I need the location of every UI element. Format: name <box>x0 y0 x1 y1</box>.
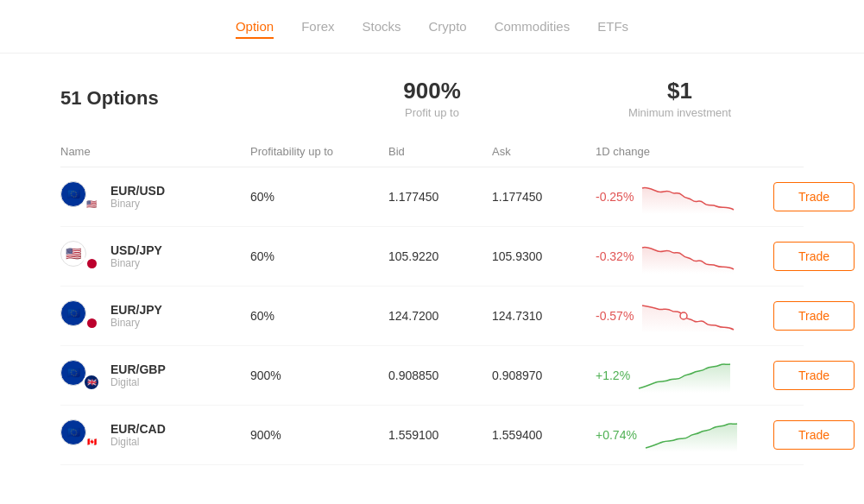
nav-item-commodities[interactable]: Commodities <box>495 16 571 39</box>
main-nav: Option Forex Stocks Crypto Commodities E… <box>0 0 864 54</box>
min-invest-stat: $1 Minimum investment <box>556 78 804 119</box>
asset-cell-3: 🇪🇺 🇬🇧 EUR/GBP Digital <box>60 360 250 391</box>
mini-chart-3 <box>637 358 732 393</box>
change-cell-1: -0.32% <box>596 239 734 274</box>
change-value-2: -0.57% <box>596 309 634 323</box>
mini-chart-0 <box>640 180 735 214</box>
table-row: 🇪🇺 🇨🇦 EUR/CAD Digital 900% 1.559100 1.55… <box>60 406 804 465</box>
asset-type-3: Digital <box>110 376 166 388</box>
table-row: 🇪🇺 🇺🇸 EUR/USD Binary 60% 1.177450 1.1774… <box>60 167 804 227</box>
ask-0: 1.177450 <box>492 190 596 204</box>
col-profitability: Profitability up to <box>250 145 388 158</box>
nav-item-option[interactable]: Option <box>236 16 274 39</box>
ask-2: 124.7310 <box>492 309 596 323</box>
bid-1: 105.9220 <box>388 249 492 263</box>
change-value-0: -0.25% <box>596 190 634 204</box>
change-cell-3: +1.2% <box>596 358 734 393</box>
stats-bar: 51 Options 900% Profit up to $1 Minimum … <box>0 54 864 136</box>
col-name: Name <box>60 145 250 158</box>
nav-item-etfs[interactable]: ETFs <box>597 16 628 39</box>
profitability-1: 60% <box>250 249 388 263</box>
trade-cell-2: Trade <box>734 301 855 331</box>
asset-cell-0: 🇪🇺 🇺🇸 EUR/USD Binary <box>60 181 250 212</box>
trade-button-1[interactable]: Trade <box>773 242 855 271</box>
col-bid: Bid <box>388 145 492 158</box>
table-row: 🇺🇸 USD/JPY Binary 60% 105.9220 105.9300 … <box>60 227 804 287</box>
asset-type-0: Binary <box>110 198 165 210</box>
ask-4: 1.559400 <box>492 428 596 442</box>
asset-name-3: EUR/GBP <box>110 362 166 376</box>
table-row: 🇪🇺 🇬🇧 EUR/GBP Digital 900% 0.908850 0.90… <box>60 346 804 406</box>
ask-3: 0.908970 <box>492 369 596 382</box>
trade-button-2[interactable]: Trade <box>773 301 855 331</box>
assets-table: Name Profitability up to Bid Ask 1D chan… <box>0 136 864 465</box>
mini-chart-1 <box>640 239 735 274</box>
profitability-2: 60% <box>250 309 388 323</box>
flag-pair-1: 🇺🇸 <box>60 241 100 272</box>
bid-3: 0.908850 <box>388 369 492 382</box>
options-count: 51 Options <box>60 87 308 110</box>
flag-pair-3: 🇪🇺 🇬🇧 <box>60 360 100 391</box>
trade-button-0[interactable]: Trade <box>773 182 855 211</box>
change-value-1: -0.32% <box>596 249 634 263</box>
asset-name-2: EUR/JPY <box>110 303 162 317</box>
asset-type-1: Binary <box>110 257 162 269</box>
nav-item-stocks[interactable]: Stocks <box>362 16 400 39</box>
table-body: 🇪🇺 🇺🇸 EUR/USD Binary 60% 1.177450 1.1774… <box>60 167 804 465</box>
flag-pair-0: 🇪🇺 🇺🇸 <box>60 181 100 212</box>
bid-4: 1.559100 <box>388 428 492 442</box>
bid-2: 124.7200 <box>388 309 492 323</box>
change-cell-2: -0.57% <box>596 299 734 333</box>
asset-name-4: EUR/CAD <box>110 422 166 436</box>
mini-chart-2 <box>640 299 735 333</box>
svg-point-0 <box>680 312 687 319</box>
mini-chart-4 <box>644 418 739 452</box>
bid-0: 1.177450 <box>388 190 492 204</box>
change-cell-4: +0.74% <box>596 418 734 452</box>
asset-name-1: USD/JPY <box>110 243 162 257</box>
asset-cell-4: 🇪🇺 🇨🇦 EUR/CAD Digital <box>60 419 250 450</box>
profit-label: Profit up to <box>308 106 556 119</box>
min-invest-label: Minimum investment <box>556 106 804 119</box>
trade-cell-0: Trade <box>734 182 855 211</box>
change-value-4: +0.74% <box>596 428 637 442</box>
table-header: Name Profitability up to Bid Ask 1D chan… <box>60 136 804 167</box>
profit-stat: 900% Profit up to <box>308 78 556 119</box>
flag-pair-2: 🇪🇺 <box>60 300 100 331</box>
table-row: 🇪🇺 EUR/JPY Binary 60% 124.7200 124.7310 … <box>60 287 804 346</box>
asset-cell-2: 🇪🇺 EUR/JPY Binary <box>60 300 250 331</box>
change-cell-0: -0.25% <box>596 180 734 214</box>
profit-value: 900% <box>308 78 556 104</box>
nav-item-crypto[interactable]: Crypto <box>429 16 467 39</box>
profitability-3: 900% <box>250 369 388 382</box>
trade-button-4[interactable]: Trade <box>773 420 855 450</box>
trade-button-3[interactable]: Trade <box>773 361 855 390</box>
asset-type-2: Binary <box>110 317 162 329</box>
asset-name-0: EUR/USD <box>110 184 165 198</box>
ask-1: 105.9300 <box>492 249 596 263</box>
asset-cell-1: 🇺🇸 USD/JPY Binary <box>60 241 250 272</box>
profitability-0: 60% <box>250 190 388 204</box>
col-ask: Ask <box>492 145 596 158</box>
asset-type-4: Digital <box>110 436 166 448</box>
min-invest-value: $1 <box>556 78 804 104</box>
trade-cell-4: Trade <box>734 420 855 450</box>
profitability-4: 900% <box>250 428 388 442</box>
change-value-3: +1.2% <box>596 369 630 382</box>
trade-cell-3: Trade <box>734 361 855 390</box>
col-action <box>734 145 855 158</box>
trade-cell-1: Trade <box>734 242 855 271</box>
flag-pair-4: 🇪🇺 🇨🇦 <box>60 419 100 450</box>
nav-item-forex[interactable]: Forex <box>301 16 334 39</box>
col-change: 1D change <box>596 145 734 158</box>
